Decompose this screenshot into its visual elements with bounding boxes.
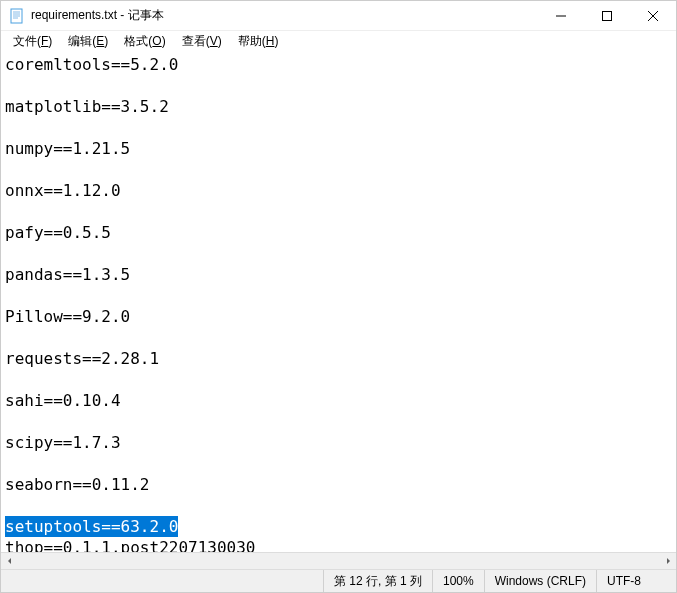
titlebar: requirements.txt - 记事本 <box>1 1 676 31</box>
status-line-ending: Windows (CRLF) <box>484 570 596 592</box>
svg-marker-10 <box>667 558 670 564</box>
text-line[interactable]: sahi==0.10.4 <box>5 390 672 411</box>
close-button[interactable] <box>630 1 676 30</box>
text-line[interactable]: requests==2.28.1 <box>5 348 672 369</box>
window-controls <box>538 1 676 30</box>
text-line[interactable]: scipy==1.7.3 <box>5 432 672 453</box>
text-line[interactable]: matplotlib==3.5.2 <box>5 96 672 117</box>
text-line[interactable]: coremltools==5.2.0 <box>5 54 672 75</box>
minimize-button[interactable] <box>538 1 584 30</box>
text-line[interactable]: pafy==0.5.5 <box>5 222 672 243</box>
text-line[interactable]: seaborn==0.11.2 <box>5 474 672 495</box>
status-encoding: UTF-8 <box>596 570 676 592</box>
text-line[interactable]: pandas==1.3.5 <box>5 264 672 285</box>
menubar: 文件(F) 编辑(E) 格式(O) 查看(V) 帮助(H) <box>1 31 676 52</box>
text-line[interactable]: thop==0.1.1.post2207130030 <box>5 537 672 552</box>
menu-format[interactable]: 格式(O) <box>116 31 173 52</box>
status-zoom: 100% <box>432 570 484 592</box>
window-title: requirements.txt - 记事本 <box>31 7 164 24</box>
menu-help[interactable]: 帮助(H) <box>230 31 287 52</box>
menu-edit[interactable]: 编辑(E) <box>60 31 116 52</box>
horizontal-scrollbar[interactable] <box>1 552 676 569</box>
status-position: 第 12 行, 第 1 列 <box>323 570 432 592</box>
text-line[interactable]: numpy==1.21.5 <box>5 138 672 159</box>
menu-view[interactable]: 查看(V) <box>174 31 230 52</box>
text-line[interactable]: setuptools==63.2.0 <box>5 516 178 537</box>
text-line[interactable]: Pillow==9.2.0 <box>5 306 672 327</box>
scroll-right-icon[interactable] <box>659 553 676 570</box>
maximize-button[interactable] <box>584 1 630 30</box>
svg-marker-9 <box>8 558 11 564</box>
svg-rect-6 <box>603 11 612 20</box>
notepad-icon <box>9 8 25 24</box>
text-line[interactable]: onnx==1.12.0 <box>5 180 672 201</box>
menu-file[interactable]: 文件(F) <box>5 31 60 52</box>
statusbar: 第 12 行, 第 1 列 100% Windows (CRLF) UTF-8 <box>1 569 676 592</box>
text-editor[interactable]: coremltools==5.2.0 matplotlib==3.5.2 num… <box>1 52 676 552</box>
scroll-left-icon[interactable] <box>1 553 18 570</box>
scrollbar-track[interactable] <box>18 553 659 569</box>
